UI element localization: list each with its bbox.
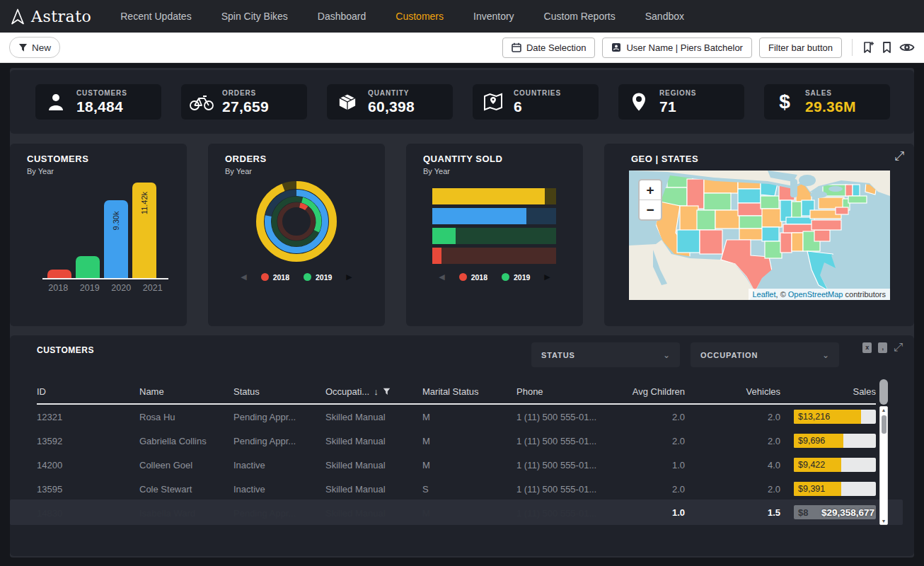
table-row-12321[interactable]: 12321Rosa HuPending Appr...Skilled Manua…	[10, 405, 876, 429]
column-label: Occupati...	[325, 386, 369, 397]
legend-next-arrow[interactable]: ▶	[346, 272, 352, 282]
map-graphic	[629, 171, 890, 300]
sales-value: $9,696	[798, 434, 825, 448]
cell-children: 1.0	[618, 460, 685, 470]
legend-prev-arrow[interactable]: ◀	[241, 272, 246, 282]
cell: Pending Appr...	[233, 412, 325, 422]
dollar-icon: $	[764, 91, 805, 112]
donut-ring-2018-track	[280, 205, 313, 238]
bar-2018[interactable]	[47, 270, 71, 278]
table-row-13595[interactable]: 13595Cole StewartInactiveSkilled ManualS…	[10, 477, 876, 501]
cell: Cole Stewart	[139, 484, 233, 495]
expand-icon[interactable]: ⤢	[894, 149, 904, 163]
vertical-scrollbar[interactable]: ▲ ▼	[879, 406, 888, 525]
kpi-label: REGIONS	[659, 89, 696, 97]
nav-item-dashboard[interactable]: Dashboard	[303, 0, 381, 33]
brand[interactable]: Astrato	[0, 8, 105, 25]
status-filter-dropdown[interactable]: STATUS ⌄	[531, 342, 680, 367]
hbar-2020[interactable]	[432, 208, 556, 224]
column-label: Status	[233, 386, 260, 397]
column-header-avg-children[interactable]: Avg Children	[618, 386, 685, 397]
astrato-logo-icon	[10, 8, 25, 25]
legend-item-2018[interactable]: 2018	[459, 273, 487, 282]
legend-item-2018[interactable]: 2018	[261, 273, 289, 282]
kpi-value: 71	[659, 98, 696, 115]
column-header-name[interactable]: Name	[139, 386, 233, 397]
scroll-up-arrow[interactable]: ▲	[880, 408, 887, 412]
cell: Skilled Manual	[325, 460, 422, 470]
column-header-status[interactable]: Status	[233, 386, 325, 397]
scroll-down-arrow[interactable]: ▼	[880, 519, 887, 524]
attribution-text: , ©	[776, 290, 788, 299]
table-row-13592[interactable]: 13592Gabriella CollinsPending Appr...Ski…	[10, 429, 876, 453]
export-csv-icon[interactable]: ,	[878, 342, 887, 353]
kpi-card-orders: ORDERS27,659	[181, 84, 307, 120]
date-selection-button[interactable]: Date Selection	[502, 37, 596, 58]
hbar-2021[interactable]	[432, 188, 556, 204]
nav-item-inventory[interactable]: Inventory	[458, 0, 529, 33]
column-header-occupati[interactable]: Occupati...↓	[325, 386, 422, 397]
table-totals-row: 1.01.5$8$29,358,677	[10, 499, 903, 525]
legend-prev-arrow[interactable]: ◀	[439, 272, 444, 282]
map-zoom-in-button[interactable]: +	[640, 180, 661, 200]
sort-descending-icon[interactable]: ↓	[374, 386, 379, 397]
user-name-button[interactable]: User Name | Piers Batchelor	[602, 37, 752, 58]
hbar-2018[interactable]	[432, 248, 556, 264]
nav-item-sandbox[interactable]: Sandbox	[630, 0, 699, 33]
export-excel-icon[interactable]: x	[862, 342, 872, 353]
new-filter-button[interactable]: New	[9, 37, 60, 58]
nav-item-spin-city-bikes[interactable]: Spin City Bikes	[207, 0, 303, 33]
column-header-marital-status[interactable]: Marital Status	[422, 386, 516, 397]
legend-item-2019[interactable]: 2019	[304, 273, 332, 282]
geo-states-panel: GEO | STATES ⤢	[604, 144, 914, 326]
column-header-sales[interactable]: Sales	[780, 386, 876, 397]
totals-sales-bar: $8$29,358,677	[794, 505, 876, 519]
column-header-id[interactable]: ID	[37, 386, 139, 397]
cell: 13592	[37, 436, 139, 446]
legend-next-arrow[interactable]: ▶	[544, 272, 550, 282]
bookmark-icon[interactable]	[882, 41, 892, 54]
new-filter-label: New	[32, 42, 51, 53]
occupation-filter-dropdown[interactable]: OCCUPATION ⌄	[691, 342, 839, 367]
bar-2021[interactable]: 11.42k	[132, 183, 156, 278]
nav-item-recent-updates[interactable]: Recent Updates	[105, 0, 206, 33]
map-zoom-out-button[interactable]: −	[640, 200, 661, 219]
bookmark-add-icon[interactable]	[862, 41, 874, 54]
scrollbar-thumb[interactable]	[882, 415, 887, 434]
column-funnel-icon[interactable]	[383, 388, 391, 395]
date-selection-label: Date Selection	[526, 42, 587, 53]
table-row-14200[interactable]: 14200Colleen GoelInactiveSkilled ManualM…	[10, 453, 876, 477]
cell: M	[422, 460, 516, 470]
openstreetmap-link[interactable]: OpenStreetMap	[788, 290, 843, 299]
column-header-phone[interactable]: Phone	[516, 386, 618, 397]
customers-bar-chart[interactable]: 9.30k11.42k	[42, 179, 168, 279]
brand-name: Astrato	[31, 8, 91, 25]
kpi-value: 18,484	[76, 98, 127, 115]
attribution-suffix: contributors	[843, 290, 886, 299]
nav-item-customers[interactable]: Customers	[381, 0, 458, 33]
legend-dot	[502, 273, 509, 281]
nav-item-custom-reports[interactable]: Custom Reports	[529, 0, 630, 33]
bar-2020[interactable]: 9.30k	[104, 200, 128, 278]
kpi-label: CUSTOMERS	[76, 89, 127, 97]
eye-icon[interactable]	[899, 42, 915, 53]
cell: Inactive	[233, 460, 325, 470]
hbar-2019[interactable]	[432, 228, 556, 244]
us-choropleth-map[interactable]: + − Leaflet, © OpenStreetMap contributor…	[629, 171, 890, 300]
legend-item-2019[interactable]: 2019	[502, 273, 530, 282]
expand-icon[interactable]: ⤢	[894, 341, 903, 354]
svg-text:$: $	[779, 91, 790, 112]
chart-legend: ◀20182019▶	[406, 272, 583, 282]
package-icon	[327, 93, 368, 111]
hbar-fill-2020	[432, 208, 526, 224]
hbar-fill-2019	[432, 228, 456, 244]
cell-children: 2.0	[618, 412, 685, 422]
filter-bar-button[interactable]: Filter bar button	[759, 37, 842, 58]
cell-sales: $13,216	[780, 410, 876, 424]
column-header-vehicles[interactable]: Vehicles	[685, 386, 780, 397]
dropdown-label: STATUS	[541, 351, 575, 359]
orders-donut-chart[interactable]	[250, 175, 342, 267]
map-attribution: Leaflet, © OpenStreetMap contributors	[749, 289, 891, 300]
leaflet-link[interactable]: Leaflet	[753, 290, 776, 299]
bar-2019[interactable]	[76, 256, 100, 278]
